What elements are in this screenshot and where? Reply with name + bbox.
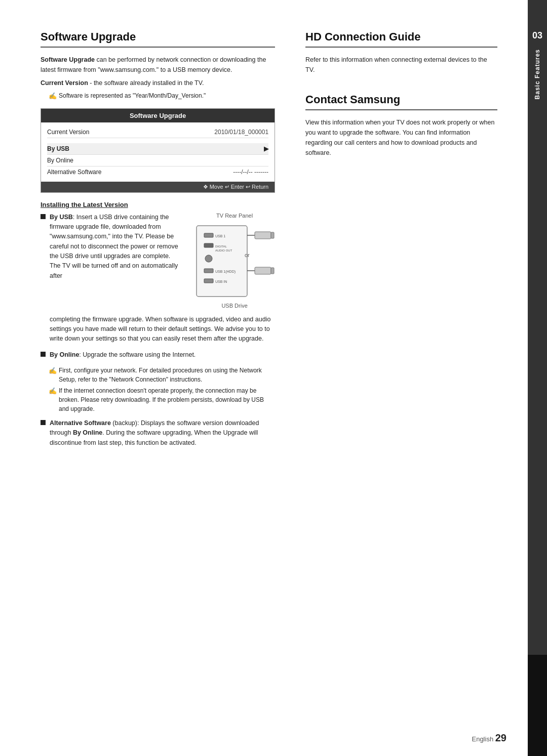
bullet-square-alt <box>41 420 46 425</box>
by-usb-text: By USB: Insert a USB drive containing th… <box>50 213 183 281</box>
right-column: HD Connection Guide Refer to this inform… <box>305 30 497 454</box>
side-tab-dark-section <box>528 655 547 756</box>
svg-text:USB 1(HDD): USB 1(HDD) <box>215 270 236 274</box>
intro-bold: Software Upgrade <box>41 56 95 63</box>
current-version-note: - the software already installed in the … <box>88 79 204 87</box>
svg-rect-12 <box>255 232 271 239</box>
svg-rect-13 <box>271 232 274 238</box>
footer-number: 29 <box>495 732 506 743</box>
sw-alt-value: ----/--/-- ------- <box>233 169 268 176</box>
sw-current-label: Current Version <box>47 129 89 136</box>
side-tab: 03 Basic Features <box>528 0 547 756</box>
svg-rect-16 <box>255 267 271 274</box>
altsoftware-text: Alternative Software (backup): Displays … <box>50 418 275 448</box>
svg-text:USB 1: USB 1 <box>215 234 225 238</box>
sw-row-current: Current Version 2010/01/18_000001 <box>47 127 268 138</box>
sw-current-value: 2010/01/18_000001 <box>214 129 268 136</box>
sw-row-byonline[interactable]: By Online <box>47 155 268 166</box>
bullet-byonline: By Online: Upgrade the software using th… <box>41 350 275 360</box>
sw-byusb-arrow: ▶ <box>264 145 268 152</box>
bullet-square-icon <box>41 214 46 219</box>
two-col-layout: Software Upgrade Software Upgrade can be… <box>41 30 497 454</box>
software-note-text: Software is represented as "Year/Month/D… <box>59 91 206 100</box>
intro-paragraph: Software Upgrade can be performed by net… <box>41 55 275 75</box>
sw-alt-label: Alternative Software <box>47 169 101 176</box>
svg-text:DIGITAL: DIGITAL <box>215 245 227 248</box>
usb-drive-label: USB Drive <box>221 303 247 309</box>
svg-rect-3 <box>204 243 213 247</box>
installing-title: Installing the Latest Version <box>41 201 275 208</box>
sw-byonline-label: By Online <box>47 157 73 164</box>
pencil-icon-2: ✍ <box>49 386 57 396</box>
bullet-altsoftware: Alternative Software (backup): Displays … <box>41 418 275 448</box>
hd-connection-title: HD Connection Guide <box>305 30 497 48</box>
page-container: Software Upgrade Software Upgrade can be… <box>0 0 547 756</box>
contact-samsung-title: Contact Samsung <box>305 93 497 110</box>
chapter-label: Basic Features <box>534 49 541 99</box>
main-content: Software Upgrade Software Upgrade can be… <box>0 0 528 756</box>
footer: English 29 <box>472 732 506 744</box>
bullet-square-online <box>41 352 46 357</box>
sw-row-byusb[interactable]: By USB ▶ <box>47 143 268 155</box>
by-online-ref: By Online <box>73 429 102 436</box>
software-upgrade-box: Software Upgrade Current Version 2010/01… <box>41 108 275 193</box>
tv-rear-panel-label: TV Rear Panel <box>216 213 253 219</box>
current-version-label: Current Version <box>41 79 88 87</box>
pencil-icon-1: ✍ <box>49 366 57 376</box>
sw-nav-bar: ❖ Move ↵ Enter ↩ Return <box>41 182 275 192</box>
sw-byusb-label: By USB <box>47 145 69 152</box>
svg-text:AUDIO OUT: AUDIO OUT <box>215 249 232 252</box>
sw-row-altsoftware[interactable]: Alternative Software ----/--/-- ------- <box>47 166 268 178</box>
current-version-line: Current Version - the software already i… <box>41 78 275 88</box>
footer-text: English <box>472 735 493 743</box>
svg-rect-17 <box>271 268 274 274</box>
svg-text:or: or <box>245 252 250 258</box>
byonline-bold: By Online <box>50 351 79 358</box>
svg-rect-7 <box>204 269 213 273</box>
pencil-icon: ✍ <box>49 91 57 101</box>
by-usb-content: By USB: Insert a USB drive containing th… <box>50 214 178 279</box>
byonline-text: By Online: Upgrade the software using th… <box>50 350 275 360</box>
software-note-line: ✍ Software is represented as "Year/Month… <box>49 91 275 101</box>
left-column: Software Upgrade Software Upgrade can be… <box>41 30 275 454</box>
note2-line: ✍ If the internet connection doesn't ope… <box>49 386 275 413</box>
note1-line: ✍ First, configure your network. For det… <box>49 366 275 384</box>
by-usb-bold: By USB <box>50 214 73 221</box>
svg-point-6 <box>205 255 212 262</box>
cont-text: completing the firmware upgrade. When so… <box>50 315 275 344</box>
by-usb-inline: By USB: Insert a USB drive containing th… <box>50 213 275 309</box>
sw-box-header: Software Upgrade <box>41 109 275 122</box>
svg-rect-1 <box>204 233 213 237</box>
hd-connection-text: Refer to this information when connectin… <box>305 55 497 75</box>
sw-box-body: Current Version 2010/01/18_000001 By USB… <box>41 122 275 182</box>
note2-text: If the internet connection doesn't opera… <box>59 386 275 413</box>
chapter-number: 03 <box>532 30 542 41</box>
note1-text: First, configure your network. For detai… <box>59 366 275 384</box>
svg-text:USB IN: USB IN <box>215 280 227 283</box>
svg-rect-9 <box>204 279 213 283</box>
altsoftware-bold: Alternative Software <box>50 419 111 427</box>
contact-samsung-text: View this information when your TV does … <box>305 117 497 158</box>
tv-diagram-svg: USB 1 DIGITAL AUDIO OUT USB 1(HDD) USB I… <box>194 221 275 302</box>
bullet-byusb: By USB: Insert a USB drive containing th… <box>41 213 275 309</box>
software-upgrade-title: Software Upgrade <box>41 30 275 48</box>
tv-diagram-area: TV Rear Panel USB 1 DIGITAL AUDIO OUT <box>194 213 275 309</box>
